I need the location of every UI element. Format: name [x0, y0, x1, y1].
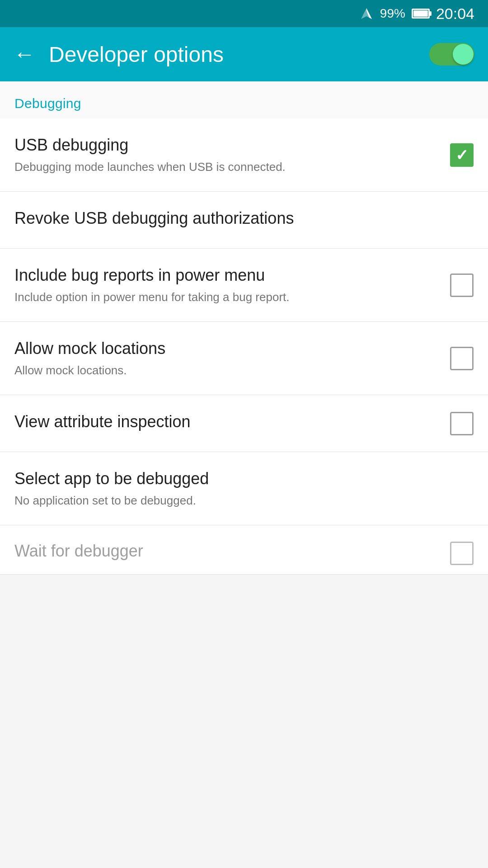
usb-debugging-checkbox[interactable] — [450, 143, 474, 167]
revoke-usb-text: Revoke USB debugging authorizations — [14, 208, 474, 232]
bug-reports-text: Include bug reports in power menu Includ… — [14, 265, 450, 305]
usb-debugging-subtitle: Debugging mode launches when USB is conn… — [14, 159, 436, 175]
page-title: Developer options — [49, 42, 416, 67]
usb-debugging-text: USB debugging Debugging mode launches wh… — [14, 135, 450, 175]
toggle-knob — [453, 44, 474, 65]
back-button[interactable]: ← — [14, 43, 35, 65]
bug-reports-subtitle: Include option in power menu for taking … — [14, 289, 436, 305]
status-bar: 99% 20:04 — [0, 0, 488, 27]
mock-locations-text: Allow mock locations Allow mock location… — [14, 338, 450, 378]
setting-usb-debugging[interactable]: USB debugging Debugging mode launches wh… — [0, 118, 488, 192]
signal-icon — [359, 6, 374, 21]
section-debugging: Debugging — [0, 81, 488, 118]
app-bar: ← Developer options — [0, 27, 488, 81]
mock-locations-checkbox[interactable] — [450, 347, 474, 370]
mock-locations-title: Allow mock locations — [14, 338, 436, 359]
wait-debugger-checkbox[interactable] — [450, 542, 474, 565]
select-app-debug-subtitle: No application set to be debugged. — [14, 492, 460, 509]
setting-revoke-usb[interactable]: Revoke USB debugging authorizations — [0, 192, 488, 249]
usb-debugging-title: USB debugging — [14, 135, 436, 156]
wait-debugger-text: Wait for debugger — [14, 542, 450, 561]
bug-reports-checkbox[interactable] — [450, 274, 474, 297]
view-attribute-checkbox[interactable] — [450, 412, 474, 435]
battery-percentage: 99% — [380, 6, 405, 21]
status-icons: 99% 20:04 — [359, 5, 474, 23]
bug-reports-title: Include bug reports in power menu — [14, 265, 436, 286]
setting-view-attribute[interactable]: View attribute inspection — [0, 395, 488, 452]
content-area: Debugging USB debugging Debugging mode l… — [0, 81, 488, 575]
time-display: 20:04 — [436, 5, 474, 23]
view-attribute-title: View attribute inspection — [14, 411, 436, 433]
revoke-usb-title: Revoke USB debugging authorizations — [14, 208, 460, 229]
battery-fill — [413, 10, 428, 17]
mock-locations-subtitle: Allow mock locations. — [14, 362, 436, 378]
select-app-debug-title: Select app to be debugged — [14, 468, 460, 490]
battery-icon — [412, 9, 430, 19]
setting-select-app-debug[interactable]: Select app to be debugged No application… — [0, 452, 488, 525]
setting-mock-locations[interactable]: Allow mock locations Allow mock location… — [0, 322, 488, 395]
view-attribute-text: View attribute inspection — [14, 411, 450, 435]
select-app-debug-text: Select app to be debugged No application… — [14, 468, 474, 509]
setting-wait-debugger[interactable]: Wait for debugger — [0, 525, 488, 575]
setting-bug-reports[interactable]: Include bug reports in power menu Includ… — [0, 249, 488, 322]
wait-debugger-title: Wait for debugger — [14, 542, 436, 561]
developer-options-toggle[interactable] — [429, 43, 474, 66]
